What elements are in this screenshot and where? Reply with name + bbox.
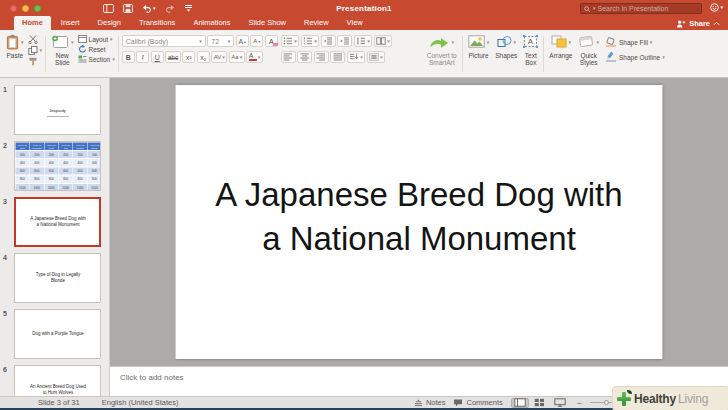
- customize-toolbar-icon[interactable]: [184, 4, 193, 12]
- section-label: Section: [89, 56, 111, 63]
- shape-fill-button[interactable]: Shape Fill▾: [605, 37, 665, 47]
- quick-styles-button[interactable]: ▾ Quick Styles: [576, 33, 601, 68]
- undo-icon[interactable]: ▾: [142, 4, 156, 13]
- tab-review[interactable]: Review: [296, 16, 337, 30]
- tab-insert[interactable]: Insert: [53, 16, 88, 30]
- text-direction-icon: [349, 53, 359, 61]
- zoom-slider-knob[interactable]: [604, 400, 609, 405]
- strikethrough-button[interactable]: abc: [165, 51, 180, 63]
- zoom-window-button[interactable]: [34, 5, 41, 12]
- columns-button[interactable]: ▾: [374, 35, 393, 47]
- table-value-cell: 1000: [73, 184, 87, 191]
- window-title: Presentation1: [336, 4, 392, 13]
- align-left-button[interactable]: [281, 51, 296, 63]
- current-slide[interactable]: A Japanese Breed Dog with a National Mon…: [176, 85, 663, 359]
- bold-label: B: [126, 54, 131, 61]
- share-button[interactable]: Share: [676, 19, 720, 28]
- character-spacing-button[interactable]: AV▾: [211, 51, 227, 63]
- paragraph-group: ▾ ▾ ▾ ▾ ▾ ▾: [281, 33, 423, 75]
- notes-placeholder[interactable]: Click to add notes: [120, 373, 184, 382]
- text-box-button[interactable]: A Text Box: [521, 33, 540, 68]
- slide-thumbnail-2[interactable]: Type of DogType of VegetableType of Frui…: [14, 141, 101, 191]
- slide-thumbnail-5[interactable]: Dog with a Purple Tongue: [14, 309, 101, 359]
- comments-toggle-button[interactable]: Comments: [453, 398, 502, 407]
- tab-design[interactable]: Design: [90, 16, 129, 30]
- line-spacing-button[interactable]: ▾: [354, 35, 373, 47]
- chevron-down-icon: ▾: [71, 40, 74, 45]
- slideshow-view-button[interactable]: [551, 398, 569, 408]
- font-name-select[interactable]: Calibri (Body)▾: [122, 35, 206, 47]
- format-painter-button[interactable]: [28, 57, 43, 66]
- tab-slide-show[interactable]: Slide Show: [240, 16, 294, 30]
- search-placeholder: Search in Presentation: [598, 5, 669, 12]
- table-value-cell: 1000: [59, 184, 73, 191]
- columns-icon: [376, 37, 386, 45]
- feedback-smiley-icon[interactable]: ▾: [710, 3, 723, 12]
- slide-title-text[interactable]: A Japanese Breed Dog with a National Mon…: [176, 173, 663, 260]
- save-icon[interactable]: [123, 4, 133, 13]
- cut-button[interactable]: [28, 35, 43, 44]
- slide-thumbnail-3[interactable]: A Japanese Breed Dog with a National Mon…: [14, 197, 101, 247]
- language-status[interactable]: English (United States): [102, 398, 179, 407]
- align-center-button[interactable]: [297, 51, 312, 63]
- chevron-down-icon: ▾: [367, 39, 370, 44]
- shape-outline-button[interactable]: Shape Outline▾: [605, 52, 665, 62]
- shrink-font-button[interactable]: A▾: [250, 35, 263, 47]
- change-case-button[interactable]: Aa▾: [229, 51, 245, 63]
- section-button[interactable]: Section▾: [78, 55, 115, 63]
- table-header-cell: Type of Cat: [59, 143, 73, 151]
- thumbnail-item-5: 5Dog with a Purple Tongue: [0, 309, 109, 359]
- text-direction-button[interactable]: ▾: [347, 51, 366, 63]
- slide-counter: Slide 3 of 31: [38, 398, 80, 407]
- numbering-button[interactable]: ▾: [301, 35, 320, 47]
- sidebar-toggle-icon[interactable]: [103, 4, 114, 13]
- notes-toggle-button[interactable]: Notes: [414, 398, 446, 407]
- copy-button[interactable]: ▾: [28, 46, 43, 55]
- clear-formatting-button[interactable]: A: [265, 35, 278, 47]
- align-text-button[interactable]: ▾: [367, 51, 386, 63]
- slide-thumbnail-1[interactable]: Jeopardy: [14, 85, 101, 135]
- slide-sorter-view-button[interactable]: [531, 398, 549, 408]
- tab-view[interactable]: View: [339, 16, 371, 30]
- increase-indent-button[interactable]: [337, 35, 352, 47]
- quick-styles-label: Quick Styles: [580, 52, 598, 67]
- align-right-button[interactable]: [314, 51, 329, 63]
- layout-button[interactable]: Layout▾: [78, 35, 115, 43]
- decrease-indent-button[interactable]: [321, 35, 336, 47]
- picture-icon: [468, 35, 485, 49]
- font-size-select[interactable]: 72▾: [207, 35, 234, 47]
- convert-to-smartart-button[interactable]: ▾ Convert to SmartArt: [425, 33, 459, 75]
- redo-icon[interactable]: [165, 4, 175, 13]
- bullets-button[interactable]: ▾: [281, 35, 300, 47]
- italic-button[interactable]: I: [136, 51, 149, 63]
- search-input[interactable]: ▾ Search in Presentation: [580, 3, 702, 14]
- arrange-button[interactable]: ▾ Arrange: [547, 33, 574, 60]
- table-value-cell: 1000: [30, 184, 44, 191]
- new-slide-button[interactable]: ▾ New Slide: [49, 33, 76, 68]
- normal-view-button[interactable]: [511, 398, 529, 408]
- format-painter-icon: [28, 57, 38, 66]
- slide-thumbnail-4[interactable]: Type of Dog in Legally Blonde: [14, 253, 101, 303]
- superscript-button[interactable]: x²: [182, 51, 195, 63]
- font-color-button[interactable]: A▾: [246, 51, 263, 63]
- share-person-icon: [676, 20, 686, 28]
- tab-animations[interactable]: Animations: [185, 16, 238, 30]
- minimize-window-button[interactable]: [22, 5, 29, 12]
- slide-thumbnail-panel[interactable]: 1Jeopardy2Type of DogType of VegetableTy…: [0, 78, 110, 396]
- tab-home[interactable]: Home: [14, 16, 51, 30]
- underline-button[interactable]: U: [151, 51, 164, 63]
- chevron-down-icon: ▾: [662, 55, 665, 60]
- picture-button[interactable]: ▾ Picture: [466, 33, 492, 60]
- collapse-ribbon-icon[interactable]: [713, 21, 720, 26]
- close-window-button[interactable]: [10, 5, 17, 12]
- grow-font-button[interactable]: A▴: [236, 35, 249, 47]
- bold-button[interactable]: B: [122, 51, 135, 63]
- justify-button[interactable]: [330, 51, 345, 63]
- tab-transitions[interactable]: Transitions: [131, 16, 183, 30]
- subscript-button[interactable]: x₂: [197, 51, 210, 63]
- slide-thumbnail-6[interactable]: An Ancient Breed Dog Used to Hunt Wolves: [14, 365, 101, 396]
- shapes-button[interactable]: ▾ Shapes: [493, 33, 519, 60]
- reset-button[interactable]: Reset: [78, 45, 115, 53]
- status-left: Slide 3 of 31 English (United States): [38, 398, 178, 407]
- paste-button[interactable]: ▾ Paste: [4, 33, 26, 60]
